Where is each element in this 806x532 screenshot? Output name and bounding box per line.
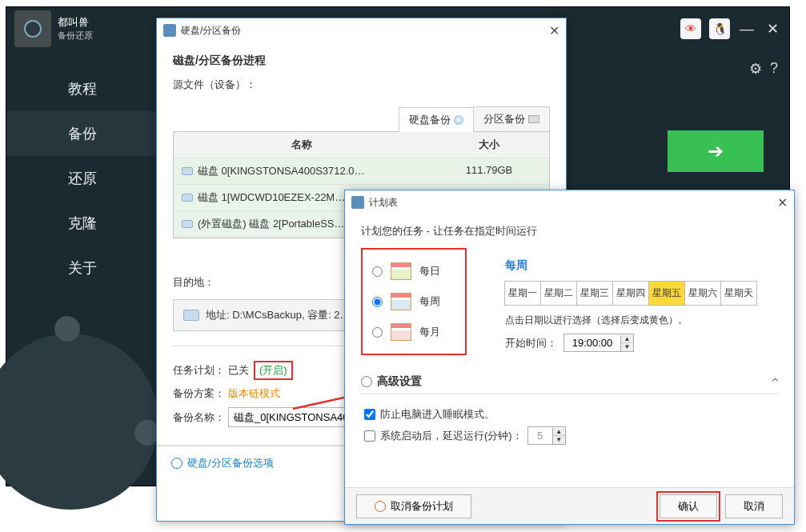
day-tue[interactable]: 星期二 <box>540 281 577 306</box>
day-sun[interactable]: 星期天 <box>720 281 757 306</box>
scheduler-desc: 计划您的任务 - 让任务在指定时间运行 <box>361 224 778 238</box>
spin-up-icon[interactable]: ▲ <box>553 428 565 436</box>
cancel-plan-label: 取消备份计划 <box>391 499 453 514</box>
weekly-title: 每周 <box>505 258 777 273</box>
dialog-app-icon <box>163 24 176 37</box>
source-label: 源文件（设备）： <box>173 78 550 92</box>
disk-name: 磁盘 1[WDCWD10EZEX-22M… <box>198 190 345 205</box>
delay-spinner[interactable]: ▲▼ <box>527 426 566 445</box>
tab-disk-backup[interactable]: 硬盘备份 <box>399 107 474 132</box>
backup-tabbar: 硬盘备份 分区备份 <box>173 106 550 132</box>
scheduler-title: 计划表 <box>369 196 398 210</box>
start-backup-button[interactable]: ➔ <box>668 130 764 172</box>
disk-row[interactable]: 磁盘 0[KINGSTONSA400S3712.0… 111.79GB <box>174 158 549 185</box>
delay-input[interactable] <box>528 427 552 444</box>
day-fri[interactable]: 星期五 <box>648 281 685 306</box>
scheduler-footer: 取消备份计划 确认 取消 <box>345 487 794 524</box>
sidebar-item-about[interactable]: 关于 <box>6 246 158 290</box>
advanced-body: 防止电脑进入睡眠模式。 系统启动后，延迟运行(分钟)： ▲▼ <box>361 394 778 458</box>
freq-monthly-label: 每月 <box>419 325 440 339</box>
freq-daily-label: 每日 <box>419 264 440 278</box>
scheme-link[interactable]: 版本链模式 <box>228 386 280 401</box>
freq-daily-radio[interactable] <box>372 266 383 277</box>
freq-weekly-radio[interactable] <box>372 297 383 307</box>
prevent-sleep-label: 防止电脑进入睡眠模式。 <box>380 407 495 422</box>
cancel-button[interactable]: 取消 <box>725 494 783 518</box>
arrow-right-icon: ➔ <box>708 140 724 162</box>
freq-weekly-label: 每周 <box>419 294 440 309</box>
column-name-header: 名称 <box>174 132 429 158</box>
wrench-icon <box>359 374 374 389</box>
freq-monthly-option[interactable]: 每月 <box>372 317 455 347</box>
weekly-panel: 每周 星期一 星期二 星期三 星期四 星期五 星期六 星期天 点击日期以进行选择… <box>505 258 777 352</box>
frequency-group: 每日 每周 每月 <box>361 248 467 355</box>
task-prefix: 任务计划： <box>173 363 225 378</box>
disk-name: 磁盘 0[KINGSTONSA400S3712.0… <box>198 164 365 178</box>
task-state: 已关 <box>228 363 249 378</box>
backup-heading: 磁盘/分区备份进程 <box>173 54 550 68</box>
sidebar-item-backup[interactable]: 备份 <box>6 111 158 156</box>
options-link[interactable]: 硬盘/分区备份选项 <box>187 456 274 470</box>
column-size-header: 大小 <box>429 132 549 158</box>
disc-icon <box>454 115 463 125</box>
backup-dialog-close-button[interactable]: ✕ <box>549 23 559 38</box>
ok-button[interactable]: 确认 <box>660 494 717 518</box>
advanced-label: 高级设置 <box>377 374 422 389</box>
drive-icon <box>182 194 193 202</box>
minimize-button[interactable]: — <box>738 21 756 38</box>
disk-size: 111.79GB <box>429 158 549 185</box>
spin-down-icon[interactable]: ▼ <box>621 343 633 351</box>
drive-icon <box>183 310 199 321</box>
weibo-icon[interactable]: 👁 <box>680 18 701 39</box>
scheduler-dialog: 计划表 ✕ 计划您的任务 - 让任务在指定时间运行 每日 每周 每月 每周 <box>344 190 795 525</box>
name-prefix: 备份名称： <box>173 410 225 425</box>
freq-weekly-option[interactable]: 每周 <box>372 286 455 317</box>
day-thu[interactable]: 星期四 <box>612 281 649 306</box>
spin-up-icon[interactable]: ▲ <box>621 335 633 343</box>
scheduler-titlebar: 计划表 ✕ <box>345 190 794 214</box>
collapse-caret-icon: ⌵ <box>772 376 778 387</box>
calendar-daily-icon <box>391 262 411 280</box>
start-time-spinner[interactable]: ▲▼ <box>563 334 634 352</box>
prevent-sleep-checkbox[interactable] <box>364 409 375 420</box>
drive-icon <box>182 220 193 228</box>
advanced-header[interactable]: 高级设置 ⌵ <box>361 374 778 394</box>
vault-icon <box>14 10 51 47</box>
tab-disk-label: 硬盘备份 <box>409 113 451 127</box>
delay-checkbox[interactable] <box>364 430 375 442</box>
brand-sub: 备份还原 <box>58 29 93 42</box>
start-time-input[interactable] <box>564 334 620 351</box>
brand-name: 都叫兽 <box>58 16 93 29</box>
qq-icon[interactable]: 🐧 <box>709 18 730 39</box>
day-sat[interactable]: 星期六 <box>684 281 721 306</box>
start-time-label: 开始时间： <box>505 336 557 350</box>
sidebar-item-clone[interactable]: 克隆 <box>6 201 158 246</box>
freq-daily-option[interactable]: 每日 <box>372 256 455 286</box>
dialog-app-icon <box>351 196 364 209</box>
sidebar-item-restore[interactable]: 还原 <box>6 156 158 201</box>
day-mon[interactable]: 星期一 <box>504 281 541 306</box>
backup-dialog-title: 硬盘/分区备份 <box>181 24 241 38</box>
scheme-prefix: 备份方案： <box>173 386 225 401</box>
freq-monthly-radio[interactable] <box>372 327 383 338</box>
calendar-monthly-icon <box>391 323 411 341</box>
day-wed[interactable]: 星期三 <box>576 281 613 306</box>
weekday-hint: 点击日期以进行选择（选择后变成黄色）。 <box>505 314 777 327</box>
partition-icon <box>528 115 539 123</box>
backup-dialog-titlebar: 硬盘/分区备份 ✕ <box>157 18 566 42</box>
scheduler-close-button[interactable]: ✕ <box>777 195 788 210</box>
close-button[interactable]: ✕ <box>764 20 781 38</box>
calendar-weekly-icon <box>391 293 411 310</box>
cancel-backup-plan-button[interactable]: 取消备份计划 <box>356 494 471 518</box>
options-gear-icon <box>171 458 182 469</box>
tab-part-label: 分区备份 <box>483 112 525 126</box>
delay-label: 系统启动后，延迟运行(分钟)： <box>380 429 523 443</box>
sidebar-item-tutorial[interactable]: 教程 <box>6 66 158 111</box>
decorative-dot <box>54 316 80 342</box>
task-open-link[interactable]: (开启) <box>254 361 293 380</box>
drive-icon <box>182 167 193 175</box>
app-logo: 都叫兽 备份还原 <box>14 10 93 47</box>
dest-value: 地址: D:\MCsBackup, 容量: 2… <box>206 308 351 322</box>
tab-partition-backup[interactable]: 分区备份 <box>473 106 550 131</box>
spin-down-icon[interactable]: ▼ <box>553 436 565 444</box>
